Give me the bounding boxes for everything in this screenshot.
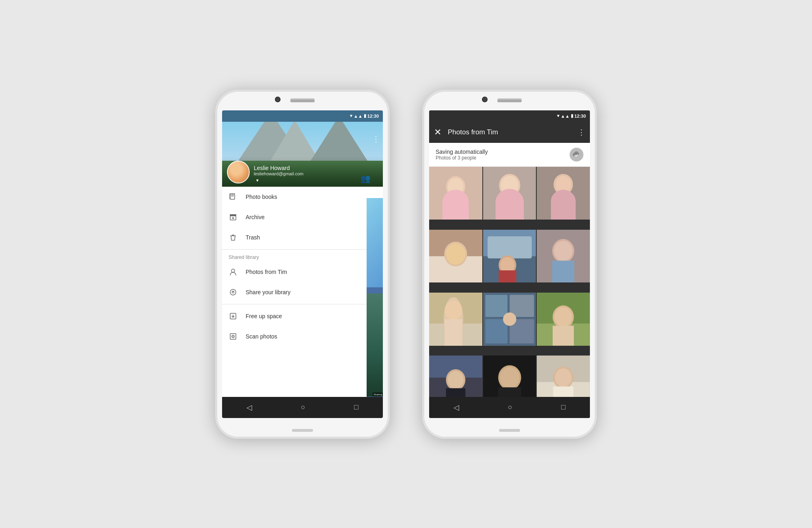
photo-books-icon (229, 192, 238, 201)
user-name: Leslie Howard (254, 165, 303, 171)
svg-rect-47 (485, 295, 507, 317)
svg-point-6 (231, 269, 235, 272)
trash-icon (229, 233, 238, 242)
menu-item-photos-from-tim[interactable]: Photos from Tim (222, 262, 383, 282)
share-icon (229, 288, 238, 297)
divider-2 (222, 304, 383, 304)
header-more-button[interactable]: ⋮ (372, 135, 380, 144)
phone-1: ▾ ▲▲ ▮ 12:30 (215, 90, 390, 439)
peek-photo-2: Sharing (367, 293, 383, 397)
avatar (227, 161, 250, 183)
photo-cell-3[interactable] (537, 167, 590, 220)
menu-item-share-library[interactable]: Share your library (222, 282, 383, 302)
svg-rect-2 (231, 196, 234, 196)
svg-rect-21 (495, 202, 524, 220)
divider-1 (222, 249, 383, 250)
profile-header: 👥 Leslie Howard lesliehoward@gmail.com ▼… (222, 122, 383, 187)
signal-icon-2: ▲▲ (561, 114, 570, 119)
svg-rect-45 (445, 319, 462, 345)
photo-cell-5[interactable] (483, 230, 536, 283)
cloud-check-icon (570, 148, 583, 162)
photo-cell-2[interactable] (483, 167, 536, 220)
free-up-space-label: Free up space (246, 313, 282, 319)
time-display-2: 12:30 (574, 114, 586, 119)
mountains-bg (222, 128, 383, 161)
svg-point-69 (555, 369, 572, 387)
share-library-label: Share your library (246, 289, 291, 295)
home-button-2[interactable]: ○ (508, 403, 512, 412)
back-button-1[interactable]: ◁ (246, 403, 252, 412)
photo-cell-6[interactable] (537, 230, 590, 283)
home-button-1[interactable]: ○ (301, 403, 305, 412)
photo-cell-4[interactable] (429, 230, 482, 283)
user-email: lesliehoward@gmail.com (254, 171, 303, 176)
navigation-bar-1: ◁ ○ □ (222, 397, 383, 418)
trash-label: Trash (246, 234, 260, 241)
menu-list: Photo books Archive Trash (222, 187, 383, 418)
photo-grid (429, 167, 590, 418)
recents-button-2[interactable]: □ (561, 403, 566, 412)
svg-point-30 (446, 244, 465, 265)
profile-overlay: Leslie Howard lesliehoward@gmail.com ▼ (222, 157, 383, 187)
menu-item-scan-photos[interactable]: Scan photos (222, 326, 383, 347)
svg-rect-1 (231, 194, 234, 195)
svg-point-51 (503, 312, 516, 326)
status-icons-2: ▾ ▲▲ ▮ 12:30 (557, 113, 586, 119)
photo-cell-8[interactable] (483, 293, 536, 346)
toolbar-title: Photos from Tim (448, 128, 571, 136)
menu-item-free-up-space[interactable]: Free up space (222, 306, 383, 326)
menu-item-archive[interactable]: Archive (222, 207, 383, 227)
photo-grid-wrapper (429, 167, 590, 418)
battery-icon-2: ▮ (571, 113, 573, 119)
speaker-grille (290, 99, 315, 102)
svg-rect-56 (553, 326, 574, 346)
user-info: Leslie Howard lesliehoward@gmail.com ▼ (254, 165, 303, 183)
svg-point-55 (555, 307, 572, 327)
menu-item-photo-books[interactable]: Photo books (222, 187, 383, 207)
camera-lens-2 (482, 97, 488, 102)
archive-label: Archive (246, 214, 265, 220)
scan-photos-label: Scan photos (246, 333, 277, 340)
svg-rect-33 (488, 236, 532, 258)
camera-lens (275, 97, 281, 102)
more-options-button[interactable]: ⋮ (578, 128, 585, 137)
navigation-bar-2: ◁ ○ □ (429, 397, 590, 418)
saving-title: Saving automatically (436, 149, 488, 155)
svg-point-39 (554, 241, 573, 261)
svg-point-64 (500, 367, 519, 388)
photo-cell-9[interactable] (537, 293, 590, 346)
peek-sharing-label: Sharing (373, 392, 383, 397)
peek-panel: Sharing (367, 198, 383, 397)
avatar-image (228, 162, 249, 183)
signal-icon: ▲▲ (354, 114, 363, 119)
battery-icon: ▮ (364, 113, 366, 119)
status-bar-1: ▾ ▲▲ ▮ 12:30 (222, 110, 383, 122)
close-button[interactable]: ✕ (434, 127, 441, 138)
back-button-2[interactable]: ◁ (454, 403, 459, 412)
svg-point-11 (233, 336, 233, 337)
saving-text: Saving automatically Photos of 3 people (436, 149, 488, 161)
archive-icon (229, 213, 238, 222)
svg-point-44 (445, 301, 462, 320)
free-space-icon (229, 312, 238, 321)
scan-icon (229, 332, 238, 341)
photo-books-label: Photo books (246, 194, 277, 200)
phone-1-screen: ▾ ▲▲ ▮ 12:30 (222, 110, 383, 418)
svg-rect-36 (499, 270, 516, 282)
menu-item-trash[interactable]: Trash (222, 227, 383, 248)
mountain-3 (311, 122, 367, 161)
photo-cell-7[interactable] (429, 293, 482, 346)
home-hardware-button-2 (499, 429, 520, 432)
person-icon (229, 267, 238, 276)
phone-2-screen: ▾ ▲▲ ▮ 12:30 ✕ Photos from Tim ⋮ Saving … (429, 110, 590, 418)
phone-2: ▾ ▲▲ ▮ 12:30 ✕ Photos from Tim ⋮ Saving … (422, 90, 597, 439)
saving-subtitle: Photos of 3 people (436, 155, 488, 161)
svg-rect-26 (551, 201, 576, 220)
status-icons-1: ▾ ▲▲ ▮ 12:30 (350, 113, 379, 119)
speaker-grille-2 (497, 99, 522, 102)
saving-banner: Saving automatically Photos of 3 people (429, 143, 590, 167)
svg-rect-16 (443, 202, 469, 220)
time-display-1: 12:30 (367, 114, 379, 119)
recents-button-1[interactable]: □ (354, 403, 358, 412)
photo-cell-1[interactable] (429, 167, 482, 220)
